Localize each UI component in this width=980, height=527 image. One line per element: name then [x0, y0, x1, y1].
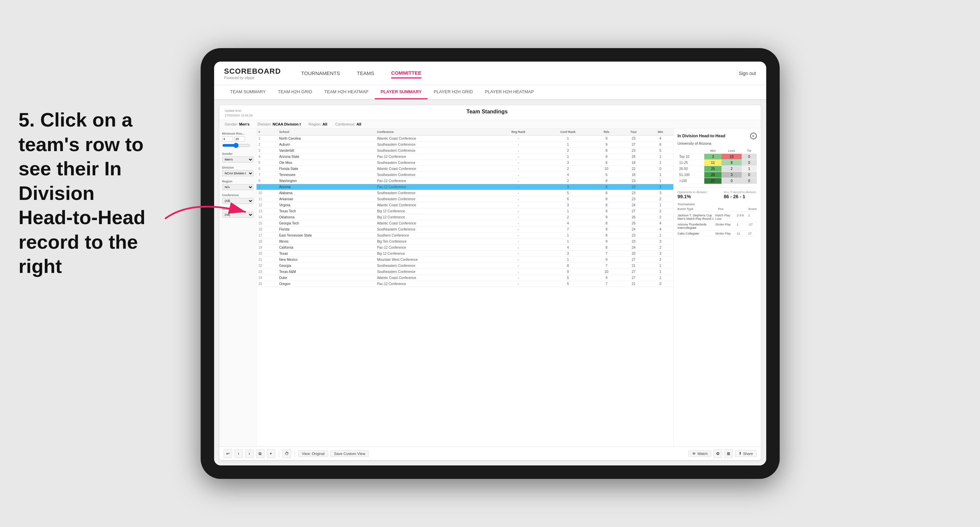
- table-row[interactable]: 2 Auburn Southeastern Conference - 1 9 2…: [256, 142, 673, 148]
- conference-select[interactable]: (All): [222, 198, 253, 204]
- h2h-win-cell: 11: [704, 160, 721, 166]
- school-select[interactable]: (All): [222, 212, 253, 218]
- division-label: Division: [222, 166, 253, 169]
- tab-player-h2h-heatmap[interactable]: PLAYER H2H HEATMAP: [479, 85, 540, 99]
- region-select[interactable]: N/A: [222, 184, 253, 190]
- min-rou-input2[interactable]: [234, 136, 245, 142]
- add-button[interactable]: +: [267, 449, 275, 458]
- table-row[interactable]: 15 Georgia Tech Atlantic Coast Conferenc…: [256, 221, 673, 227]
- conference-cell: Big Ten Conference: [375, 239, 494, 244]
- table-row[interactable]: 21 New Mexico Mountain West Conference -…: [256, 257, 673, 263]
- table-row[interactable]: 23 Texas A&M Southeastern Conference - 9…: [256, 269, 673, 275]
- tab-team-h2h-grid[interactable]: TEAM H2H GRID: [272, 85, 318, 99]
- gender-select[interactable]: Men's: [222, 157, 253, 162]
- h2h-close-button[interactable]: ×: [750, 133, 757, 139]
- table-row[interactable]: 11 Arkansas Southeastern Conference - 6 …: [256, 196, 673, 202]
- share-button[interactable]: ⬆ Share: [735, 450, 756, 457]
- win-cell: 3: [648, 251, 673, 257]
- table-row[interactable]: 18 Illinois Big Ten Conference - 1 9 23 …: [256, 239, 673, 244]
- tab-team-h2h-heatmap[interactable]: TEAM H2H HEATMAP: [318, 85, 374, 99]
- rds-cell: 7: [593, 251, 619, 257]
- table-row[interactable]: 14 Oklahoma Big 12 Conference - 2 9 26 2: [256, 214, 673, 221]
- logo-subtitle: Powered by clippd: [224, 76, 281, 80]
- rds-cell: 8: [593, 244, 619, 251]
- sub-navigation: TEAM SUMMARY TEAM H2H GRID TEAM H2H HEAT…: [214, 85, 766, 100]
- table-row[interactable]: 3 Vanderbilt Southeastern Conference - 2…: [256, 148, 673, 154]
- table-row[interactable]: 22 Georgia Southeastern Conference - 8 7…: [256, 263, 673, 269]
- watch-button[interactable]: 👁 Watch: [689, 450, 711, 457]
- nav-item-teams[interactable]: TEAMS: [357, 69, 374, 78]
- min-rou-slider[interactable]: [222, 143, 250, 148]
- conference-label: Conference: [222, 194, 253, 197]
- table-row[interactable]: 6 Florida State Atlantic Coast Conferenc…: [256, 166, 673, 172]
- school-cell: Tennessee: [277, 172, 375, 178]
- table-row[interactable]: 7 Tennessee Southeastern Conference - 4 …: [256, 172, 673, 178]
- tour-cell: 23: [619, 239, 648, 244]
- tournament-name: Cabo Collegiate: [678, 232, 714, 235]
- filter-region: Region: All: [309, 122, 327, 126]
- panel-header: Update time: 27/03/2024 15:56:26 Team St…: [220, 105, 761, 120]
- rank-cell: 12: [256, 202, 277, 208]
- tournament-row: Cabo Collegiate Stroke Play 11 17: [678, 231, 757, 237]
- h2h-tie-cell: 0: [741, 154, 756, 160]
- h2h-range-cell: >100: [678, 178, 705, 184]
- filter-region-sidebar: Region N/A: [222, 180, 253, 190]
- next-button[interactable]: ›: [245, 449, 254, 458]
- conf-rank-cell: 6: [542, 196, 593, 202]
- grid-button[interactable]: ⊞: [724, 449, 733, 458]
- conference-cell: Atlantic Coast Conference: [375, 275, 494, 281]
- table-row[interactable]: 8 Washington Pac-12 Conference - 2 8 23 …: [256, 178, 673, 184]
- view-original-button[interactable]: View: Original: [298, 450, 329, 457]
- sign-out-link[interactable]: Sign out: [739, 71, 756, 76]
- table-row[interactable]: 12 Virginia Atlantic Coast Conference - …: [256, 202, 673, 208]
- table-row[interactable]: 19 California Pac-12 Conference - 4 8 24…: [256, 244, 673, 251]
- table-row[interactable]: 25 Oregon Pac-12 Conference - 5 7 21 0: [256, 281, 673, 287]
- save-custom-button[interactable]: Save Custom View: [330, 450, 369, 457]
- rds-cell: 8: [593, 148, 619, 154]
- school-cell: Florida: [277, 227, 375, 233]
- tab-team-summary[interactable]: TEAM SUMMARY: [224, 85, 272, 99]
- table-row[interactable]: 20 Texas Big 12 Conference - 3 7 20 3: [256, 251, 673, 257]
- reg-rank-cell: -: [494, 202, 542, 208]
- rds-cell: 6: [593, 160, 619, 166]
- reg-rank-cell: -: [494, 208, 542, 214]
- tab-player-h2h-grid[interactable]: PLAYER H2H GRID: [428, 85, 479, 99]
- rank-cell: 6: [256, 166, 277, 172]
- tab-player-summary[interactable]: PLAYER SUMMARY: [375, 85, 428, 99]
- min-rou-input1[interactable]: [222, 136, 233, 142]
- reg-rank-cell: -: [494, 227, 542, 233]
- tour-cell: 22: [619, 166, 648, 172]
- division-select[interactable]: NCAA Division I: [222, 170, 253, 176]
- win-cell: 4: [648, 227, 673, 233]
- undo-button[interactable]: ↩: [224, 449, 232, 458]
- h2h-tie-cell: 1: [741, 166, 756, 172]
- tour-cell: 23: [619, 233, 648, 239]
- settings-button[interactable]: ⚙: [713, 449, 722, 458]
- table-row[interactable]: 9 Arizona Pac-12 Conference - 3 8 23 3: [256, 184, 673, 190]
- table-row[interactable]: 16 Florida Southeastern Conference - 7 9…: [256, 227, 673, 233]
- table-row[interactable]: 10 Alabama Southeastern Conference - 5 8…: [256, 190, 673, 196]
- nav-item-tournaments[interactable]: TOURNAMENTS: [301, 69, 340, 78]
- h2h-th-range: [678, 148, 705, 154]
- reg-rank-cell: -: [494, 142, 542, 148]
- tournament-section-label: Tournament: [678, 203, 757, 206]
- nav-item-committee[interactable]: COMMITTEE: [391, 68, 422, 78]
- toolbar-divider2: [294, 449, 295, 458]
- tournament-event-type: Stroke Play: [715, 223, 736, 230]
- clock-button[interactable]: ⏱: [282, 449, 291, 458]
- table-row[interactable]: 17 East Tennessee State Southern Confere…: [256, 233, 673, 239]
- table-row[interactable]: 5 Ole Miss Southeastern Conference - 3 6…: [256, 160, 673, 166]
- table-row[interactable]: 13 Texas Tech Big 12 Conference - 1 9 27…: [256, 208, 673, 214]
- win-cell: 2: [648, 196, 673, 202]
- nav-items: TOURNAMENTS TEAMS COMMITTEE: [301, 68, 736, 78]
- tablet-device: SCOREBOARD Powered by clippd TOURNAMENTS…: [200, 48, 780, 479]
- table-row[interactable]: 1 North Carolina Atlantic Coast Conferen…: [256, 136, 673, 142]
- tournament-event-type: Match Play Loss: [715, 214, 736, 221]
- win-cell: 3: [648, 239, 673, 244]
- copy-button[interactable]: ⧉: [256, 449, 265, 458]
- table-row[interactable]: 24 Duke Atlantic Coast Conference - 5 9 …: [256, 275, 673, 281]
- reg-rank-cell: -: [494, 257, 542, 263]
- table-row[interactable]: 4 Arizona State Pac-12 Conference - 1 9 …: [256, 154, 673, 160]
- gender-label: Gender: [222, 152, 253, 156]
- prev-button[interactable]: ‹: [234, 449, 243, 458]
